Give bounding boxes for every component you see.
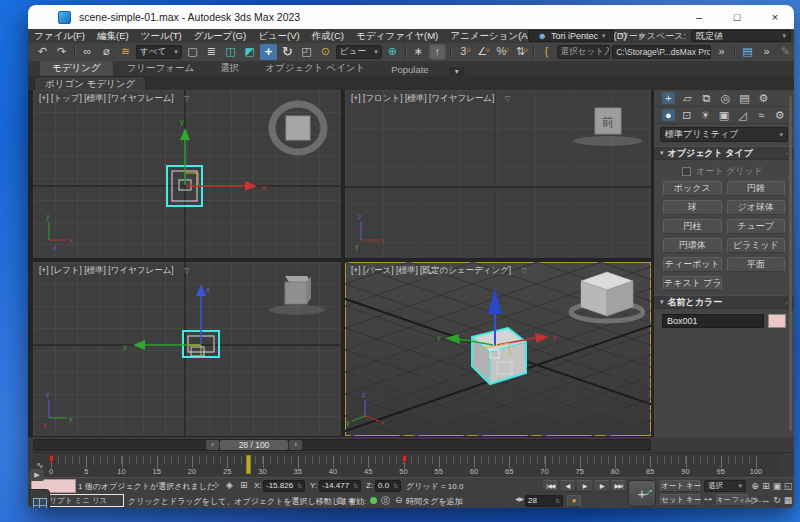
select-by-name-icon[interactable]: ≣	[203, 44, 220, 60]
motion-tab[interactable]: ◎	[719, 92, 732, 105]
keyframe-marker-0[interactable]	[49, 455, 54, 462]
previous-frame-button[interactable]: ◀|	[560, 480, 575, 492]
minimize-button[interactable]: –	[680, 5, 718, 29]
object-color-swatch[interactable]	[768, 314, 786, 328]
viewcube-left[interactable]	[285, 282, 307, 304]
autogrid-checkbox[interactable]	[682, 167, 691, 176]
viewport-perspective[interactable]: [+] [パース] [標準] [既定のシェーディング] ▽	[345, 262, 651, 436]
select-move-icon[interactable]: +	[260, 44, 277, 60]
select-link-icon[interactable]: ∞	[79, 44, 96, 60]
primitive-button-9[interactable]: 平面	[727, 257, 786, 272]
ribbon-tab-1[interactable]: フリーフォーム	[115, 61, 207, 76]
viewport-tab-expand-button[interactable]: ▶	[30, 469, 44, 481]
viewcube-top[interactable]	[286, 116, 310, 140]
more-tools-icon[interactable]: »	[758, 44, 775, 60]
named-selection-set-field[interactable]: 選択セット入	[557, 45, 610, 59]
viewport-persp-label[interactable]: [+] [パース] [標準] [既定のシェーディング] ▽	[351, 265, 527, 277]
primitive-button-6[interactable]: 円環体	[663, 238, 722, 253]
filter-icon[interactable]: ▽	[522, 267, 527, 274]
selection-filter-dropdown[interactable]: すべて▾	[136, 45, 182, 59]
remove-icon[interactable]: ⊖	[395, 495, 403, 505]
hierarchy-tab[interactable]: ⧉	[700, 92, 713, 105]
primitive-button-2[interactable]: 球	[663, 200, 722, 215]
display-tab[interactable]: ▤	[738, 92, 751, 105]
viewport-left[interactable]: [+] [レフト] [標準] [ワイヤフレーム] ▽ z y	[33, 262, 341, 436]
create-tab[interactable]: +	[662, 92, 675, 104]
ribbon-options-icon[interactable]: ▾	[449, 67, 465, 76]
z-coord-field[interactable]: 0.0⇅	[375, 480, 401, 492]
menu-item-0[interactable]: ファイル(F)	[28, 29, 91, 43]
snap-toggle-3d-icon[interactable]: 3∪	[455, 44, 472, 60]
geometry-category[interactable]: ●	[662, 109, 675, 121]
modify-tab[interactable]: ▱	[681, 92, 694, 105]
ribbon-tab-4[interactable]: Populate	[379, 63, 441, 76]
spinner-snap-icon[interactable]: ⇅∪	[512, 44, 529, 60]
menu-item-1[interactable]: 編集(E)	[91, 29, 135, 43]
cameras-category[interactable]: ▣	[718, 109, 731, 122]
zoom-all-icon[interactable]: ⊞	[761, 480, 771, 492]
track-bar[interactable]: ∿ 05101520253035404550556065707580859095…	[28, 452, 794, 477]
go-to-start-button[interactable]: |◀◀	[543, 480, 558, 492]
spacewarps-category[interactable]: ≈	[755, 109, 768, 121]
zoom-extents-icon[interactable]: ▣	[772, 480, 782, 492]
utilities-tab[interactable]: ⚙	[757, 92, 770, 105]
name-color-rollout-header[interactable]: ▾ 名前とカラー ▫	[654, 295, 794, 309]
viewcube-3d[interactable]	[571, 272, 643, 321]
use-pivot-center-icon[interactable]: ⊕	[384, 44, 401, 60]
rect-selection-region-icon[interactable]: ◫	[222, 44, 239, 60]
viewport-front[interactable]: [+] [フロント] [標準] [ワイヤフレーム] ▽ 前 x z y	[345, 90, 651, 258]
primitive-type-dropdown[interactable]: 標準プリミティブ ▾	[660, 127, 788, 142]
isolate-selection-icon[interactable]: ⊹	[212, 480, 220, 490]
save-file-icon[interactable]: ▤	[739, 44, 756, 60]
toolbar-overflow-icon[interactable]: »	[713, 44, 730, 60]
primitive-button-5[interactable]: チューブ	[727, 219, 786, 234]
primitive-button-3[interactable]: ジオ球体	[727, 200, 786, 215]
redo-icon[interactable]: ↷	[53, 44, 70, 60]
pan-icon[interactable]: ↔	[761, 494, 771, 506]
time-slider-track[interactable]: ‹ 28 / 100 ›	[33, 439, 651, 451]
set-key-button[interactable]: セット キー	[660, 494, 700, 506]
menu-item-5[interactable]: 作成(C)	[306, 29, 350, 43]
ribbon-tab-0[interactable]: モデリング	[40, 61, 113, 76]
add-time-tag[interactable]: 時間タグを追加	[406, 496, 463, 507]
menu-item-7[interactable]: アニメーション(A)	[444, 29, 537, 43]
filter-icon[interactable]: ▽	[505, 95, 510, 102]
account-menu[interactable]: ☻ Tori iPentec ▾	[528, 30, 614, 42]
zoom-region-icon[interactable]: ◱	[783, 480, 793, 492]
keyframe-marker-50[interactable]	[402, 455, 407, 462]
shapes-category[interactable]: ⊡	[681, 109, 694, 122]
next-frame-arrow[interactable]: ›	[289, 440, 302, 450]
close-button[interactable]: ×	[756, 5, 794, 29]
object-name-field[interactable]: Box001	[662, 314, 764, 328]
ribbon-tab-3[interactable]: オブジェクト ペイント	[253, 61, 377, 76]
key-filters-button[interactable]: キー フィルタ...	[716, 494, 748, 506]
current-frame-field[interactable]: 28⇅	[525, 495, 563, 507]
ribbon-tab-2[interactable]: 選択	[208, 61, 251, 76]
auto-key-button[interactable]: オート キー	[660, 480, 700, 492]
menu-item-2[interactable]: ツール(T)	[135, 29, 188, 43]
render-frame-icon[interactable]: ✎	[777, 44, 794, 60]
menu-item-3[interactable]: グループ(G)	[188, 29, 252, 43]
filter-icon[interactable]: ▽	[184, 95, 189, 102]
key-mode-toggle-icon[interactable]: ●	[567, 495, 581, 507]
menu-item-4[interactable]: ビュー(V)	[252, 29, 306, 43]
primitive-button-7[interactable]: ピラミッド	[727, 238, 786, 253]
named-selection-sets-icon[interactable]: {	[538, 44, 555, 60]
angle-snap-icon[interactable]: ∠∪	[474, 44, 491, 60]
polygon-modeling-tab[interactable]: ポリゴン モデリング	[34, 76, 146, 90]
viewport-front-label[interactable]: [+] [フロント] [標準] [ワイヤフレーム] ▽	[351, 93, 510, 105]
workspace-dropdown[interactable]: 既定値 ▾	[691, 30, 791, 42]
lights-category[interactable]: ☀	[699, 109, 712, 122]
frame-step-arrows[interactable]: ◀▶	[515, 495, 524, 502]
primitive-button-1[interactable]: 円錐	[727, 181, 786, 196]
next-frame-button[interactable]: |▶	[594, 480, 609, 492]
set-keys-big-button[interactable]: +⊶	[628, 480, 656, 507]
primitive-button-8[interactable]: ティーポット	[663, 257, 722, 272]
unlink-icon[interactable]: ⌀	[98, 44, 115, 60]
filter-icon[interactable]: ▽	[184, 267, 189, 274]
percent-snap-icon[interactable]: %∪	[493, 44, 510, 60]
current-frame-marker[interactable]	[246, 455, 251, 474]
object-type-rollout-header[interactable]: ▾ オブジェクト タイプ ▫	[654, 146, 794, 160]
fov-icon[interactable]: ▷	[750, 494, 760, 506]
previous-frame-arrow[interactable]: ‹	[206, 440, 219, 450]
